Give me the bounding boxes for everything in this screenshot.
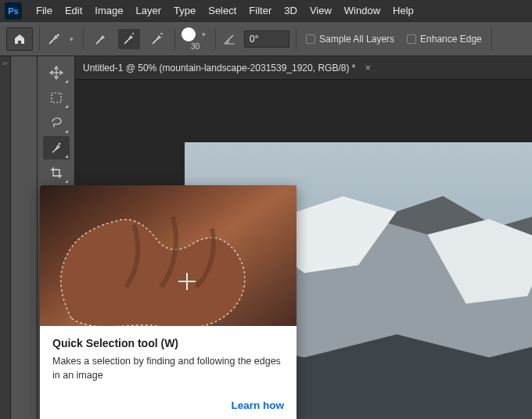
collapsed-panel[interactable]: ›› [0, 56, 11, 419]
menu-edit[interactable]: Edit [59, 0, 88, 21]
brush-add-icon [122, 32, 136, 46]
menu-type[interactable]: Type [167, 0, 202, 21]
enhance-edge-label: Enhance Edge [420, 34, 482, 45]
cursor-crosshair-icon [178, 273, 196, 290]
brush-size-value: 30 [191, 42, 200, 51]
checkbox-icon [306, 34, 315, 44]
svg-rect-1 [52, 93, 61, 102]
home-button[interactable] [6, 27, 33, 51]
rectangular-marquee-tool[interactable] [43, 86, 70, 109]
divider [174, 28, 175, 50]
learn-how-link[interactable]: Learn how [231, 399, 284, 411]
tool-tooltip: Quick Selection tool (W) Makes a selecti… [40, 185, 297, 419]
add-to-selection-button[interactable] [118, 29, 140, 49]
options-bar: ▾ ▾ 30 Sample All Layers Enhance Edge [0, 22, 532, 56]
enhance-edge-checkbox[interactable]: Enhance Edge [404, 34, 485, 45]
document-tab-label: Untitled-1 @ 50% (mountain-landscape-203… [83, 63, 355, 73]
menu-help[interactable]: Help [386, 0, 420, 21]
divider [296, 28, 297, 50]
sample-all-layers-label: Sample All Layers [319, 34, 394, 45]
tab-close-button[interactable]: × [361, 62, 374, 73]
lasso-tool[interactable] [43, 111, 70, 134]
menu-image[interactable]: Image [88, 0, 129, 21]
tooltip-preview-image [40, 185, 297, 326]
document-tab-bar: Untitled-1 @ 50% (mountain-landscape-203… [75, 56, 532, 80]
tooltip-title: Quick Selection tool (W) [52, 337, 284, 349]
patches-panel [11, 56, 38, 419]
new-selection-button[interactable] [90, 29, 112, 49]
menu-select[interactable]: Select [202, 0, 243, 21]
divider [215, 28, 216, 50]
brush-new-icon [94, 32, 108, 46]
sample-all-layers-checkbox[interactable]: Sample All Layers [303, 34, 397, 45]
brush-wand-icon [46, 31, 62, 47]
app-logo: Ps [5, 2, 22, 20]
quick-selection-tool[interactable] [43, 136, 70, 159]
checkbox-icon [407, 34, 416, 44]
crop-tool[interactable] [43, 161, 70, 184]
brush-dot-icon [182, 27, 196, 41]
divider [83, 28, 84, 50]
menu-3d[interactable]: 3D [278, 0, 304, 21]
angle-icon [222, 31, 238, 47]
menu-window[interactable]: Window [338, 0, 386, 21]
divider [39, 28, 40, 50]
chevron-down-icon[interactable]: ▾ [66, 35, 77, 43]
move-tool[interactable] [43, 61, 70, 84]
subtract-from-selection-button[interactable] [146, 29, 168, 49]
svg-point-2 [58, 143, 59, 145]
menu-bar: Ps File Edit Image Layer Type Select Fil… [0, 0, 532, 22]
menu-view[interactable]: View [304, 0, 338, 21]
svg-point-0 [57, 34, 59, 36]
tooltip-description: Makes a selection by finding and followi… [52, 354, 284, 382]
brush-size-picker[interactable]: ▾ 30 [182, 27, 209, 51]
divider [491, 28, 492, 50]
brush-sub-icon [150, 32, 164, 46]
document-tab[interactable]: Untitled-1 @ 50% (mountain-landscape-203… [83, 62, 374, 73]
menu-file[interactable]: File [30, 0, 59, 21]
menu-layer[interactable]: Layer [130, 0, 168, 21]
menu-filter[interactable]: Filter [243, 0, 278, 21]
chevron-down-icon: ▾ [199, 30, 209, 38]
home-icon [13, 33, 26, 45]
angle-input[interactable] [244, 30, 289, 48]
